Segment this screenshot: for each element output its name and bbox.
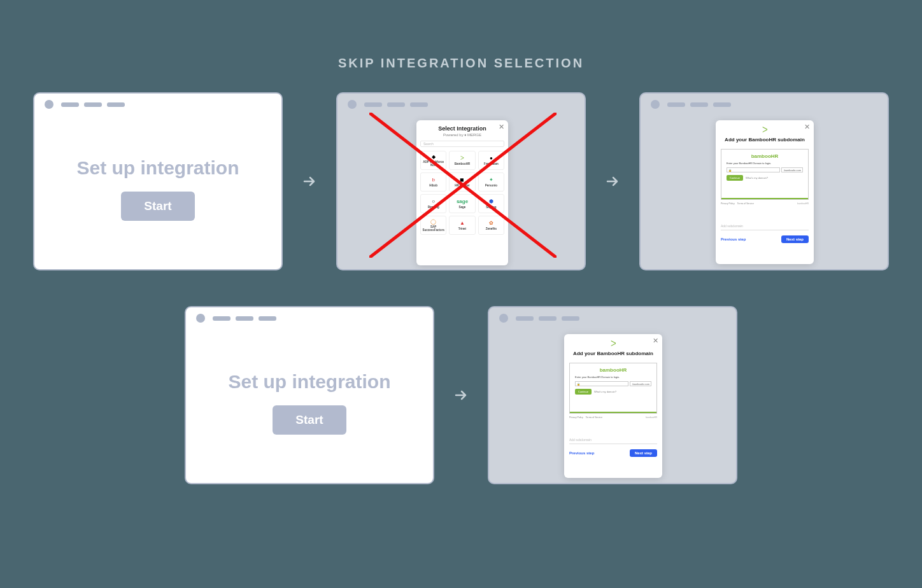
start-button[interactable]: Start (273, 405, 346, 435)
card-setup-integration: Set up integration Start (33, 92, 283, 270)
select-modal-title: Select Integration (420, 125, 504, 132)
bamboo-subdomain-modal: ✕ ᐳ Add your BambooHR subdomain bambooHR… (564, 334, 662, 478)
bamboo-modal-title: Add your BambooHR subdomain (721, 137, 809, 143)
provider-icon: ○ (430, 199, 437, 205)
integration-option[interactable]: ◼HR Partner (449, 172, 475, 192)
close-icon[interactable]: ✕ (653, 337, 658, 345)
window-dot-icon (499, 314, 508, 323)
provider-label: BambooHR (455, 163, 471, 166)
window-line (107, 102, 125, 107)
whats-my-domain-link[interactable]: What's my domain? (746, 176, 768, 179)
provider-label: ADP Workforce Now (421, 161, 446, 167)
privacy-link[interactable]: Privacy Policy (569, 416, 583, 419)
previous-step-link[interactable]: Previous step (721, 237, 746, 241)
continue-button[interactable]: Continue (727, 175, 743, 181)
window-line (61, 102, 79, 107)
bamboo-subdomain-modal: ✕ ᐳ Add your BambooHR subdomain bambooHR… (716, 120, 814, 264)
setup-heading: Set up integration (229, 371, 391, 393)
window-dot-icon (196, 314, 205, 323)
powered-by-label: bambooHR (646, 416, 657, 419)
window-dot-icon (45, 100, 53, 109)
window-line (562, 316, 579, 321)
provider-icon: ✿ (488, 220, 494, 227)
card-setup-integration: Set up integration Start (185, 306, 434, 484)
select-search-input[interactable]: Search (420, 141, 504, 147)
next-step-button[interactable]: Next step (781, 235, 809, 243)
integration-option[interactable]: ◆ADP Workforce Now (420, 151, 446, 170)
domain-input[interactable]: 🔒 (727, 167, 780, 172)
close-icon[interactable]: ✕ (499, 123, 504, 131)
provider-label: Rippling (428, 206, 439, 209)
window-lines (516, 316, 579, 321)
integration-option[interactable]: ᐳBambooHR (449, 151, 475, 170)
close-icon[interactable]: ✕ (804, 123, 810, 131)
window-lines (667, 102, 731, 107)
bamboo-instruction: Enter your BambooHR Domain to login. (575, 375, 651, 379)
card-bamboo-subdomain: ✕ ᐳ Add your BambooHR subdomain bambooHR… (488, 306, 737, 484)
privacy-link[interactable]: Privacy Policy (721, 202, 735, 205)
integration-option[interactable]: ○Rippling (420, 194, 446, 213)
provider-label: SAP SuccessFactors (421, 226, 446, 232)
accent-bar (570, 412, 656, 413)
window-line (84, 102, 102, 107)
card-header (186, 307, 433, 323)
bamboo-instruction: Enter your BambooHR Domain to login. (727, 162, 803, 165)
card-bamboo-subdomain: ✕ ᐳ Add your BambooHR subdomain bambooHR… (639, 92, 889, 270)
integration-option[interactable]: sageSage (449, 194, 475, 213)
integration-option[interactable]: ⬢Sapling (478, 194, 504, 213)
subdomain-input[interactable]: Add subdomain (721, 221, 809, 230)
bamboo-brand-label: bambooHR (727, 153, 803, 159)
bamboo-logo-icon: ᐳ (569, 339, 657, 348)
whats-my-domain-link[interactable]: What's my domain? (594, 390, 616, 393)
integration-option[interactable]: ●Freshteam (478, 151, 504, 170)
terms-link[interactable]: Terms of Service (737, 202, 754, 205)
next-step-button[interactable]: Next step (630, 449, 657, 457)
subdomain-input[interactable]: Add subdomain (569, 435, 657, 444)
card-header (337, 94, 585, 109)
provider-label: Personio (485, 185, 497, 188)
bamboo-login-frame: bambooHR Enter your BambooHR Domain to l… (721, 149, 809, 200)
provider-icon: sage (459, 199, 465, 205)
provider-icon: ✦ (488, 177, 494, 183)
integration-option[interactable]: ▲Trinet (449, 216, 475, 235)
window-lines (213, 316, 276, 321)
window-line (364, 102, 382, 107)
card-header (489, 307, 736, 323)
integration-option[interactable]: ✦Personio (478, 172, 504, 192)
provider-icon: ◆ (430, 153, 437, 160)
provider-icon: b (430, 177, 437, 183)
arrow-right-icon (453, 388, 469, 403)
row-2: Set up integration Start ✕ ᐳ Add your Ba… (185, 306, 737, 484)
window-line (410, 102, 428, 107)
bamboo-brand-label: bambooHR (575, 367, 651, 373)
start-button[interactable]: Start (121, 192, 194, 221)
previous-step-link[interactable]: Previous step (569, 451, 594, 455)
provider-icon: ● (488, 155, 494, 162)
continue-button[interactable]: Continue (575, 389, 592, 395)
select-integration-modal: ✕ Select Integration Powered by ♦ MERGE … (416, 120, 508, 265)
provider-icon: ◯ (430, 218, 437, 225)
footer-links: Privacy Policy Terms of Service bambooHR (721, 202, 809, 205)
terms-link[interactable]: Terms of Service (586, 416, 602, 419)
accent-bar (721, 198, 808, 199)
card-select-integration: ✕ Select Integration Powered by ♦ MERGE … (336, 92, 586, 270)
arrow-right-icon (302, 174, 317, 189)
window-lines (61, 102, 125, 107)
window-line (236, 316, 253, 321)
select-modal-subtitle: Powered by ♦ MERGE (420, 133, 504, 137)
arrow-right-icon (605, 174, 620, 189)
integration-option[interactable]: ◯SAP SuccessFactors (420, 216, 446, 235)
bamboo-login-frame: bambooHR Enter your BambooHR Domain to l… (569, 363, 657, 414)
footer-links: Privacy Policy Terms of Service bambooHR (569, 416, 657, 419)
card-header (34, 94, 281, 109)
window-line (259, 316, 276, 321)
window-line (713, 102, 731, 107)
integration-option[interactable]: bHibob (420, 172, 446, 192)
domain-input[interactable]: 🔒 (575, 381, 628, 386)
provider-icon: ▲ (459, 220, 465, 227)
integration-option[interactable]: ✿Zenefits (478, 216, 504, 235)
provider-icon: ᐳ (459, 155, 465, 162)
provider-label: Hibob (429, 185, 437, 188)
diagram-rows: Set up integration Start ✕ Select Integr… (0, 92, 922, 484)
powered-by-label: bambooHR (797, 202, 809, 205)
